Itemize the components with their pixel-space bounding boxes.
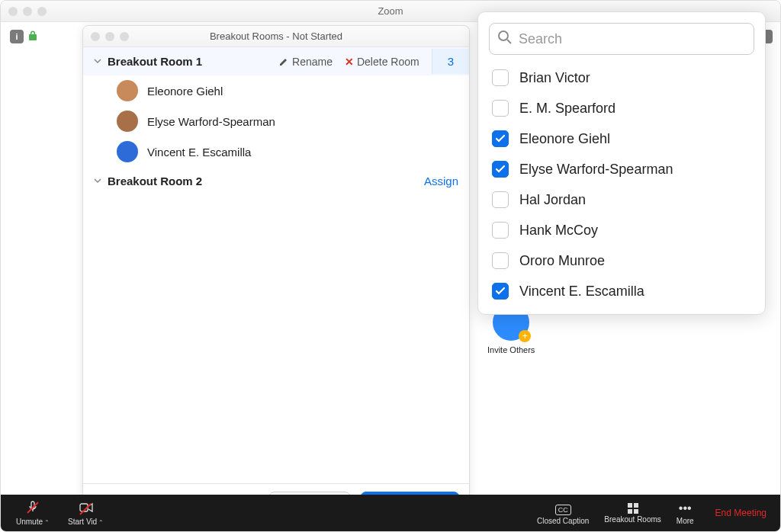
zoom-main-window: Zoom i + Invite Others Breakout Rooms - … bbox=[0, 0, 781, 532]
zoom-toolbar: Unmute⌃ Start Vid⌃ CC Closed Caption Bre… bbox=[1, 495, 780, 531]
microphone-muted-icon bbox=[27, 501, 39, 516]
participant-checkbox-row[interactable]: Elyse Warford-Spearman bbox=[489, 154, 754, 184]
unmute-button[interactable]: Unmute⌃ bbox=[8, 498, 57, 529]
checkbox[interactable] bbox=[492, 100, 509, 117]
invite-plus-icon: + bbox=[519, 330, 531, 342]
minimize-icon[interactable] bbox=[105, 32, 114, 41]
breakout-rooms-panel: Breakout Rooms - Not Started Breakout Ro… bbox=[82, 25, 470, 524]
breakout-traffic-lights[interactable] bbox=[91, 32, 129, 41]
participant-checkbox-row[interactable]: Eleonore Giehl bbox=[489, 123, 754, 154]
chevron-down-icon[interactable] bbox=[94, 176, 101, 187]
breakout-rooms-button[interactable]: Breakout Rooms bbox=[596, 500, 668, 527]
participant-count[interactable]: 3 bbox=[432, 49, 469, 74]
participant-name: Vincent E. Escamilla bbox=[519, 284, 644, 300]
start-video-button[interactable]: Start Vid⌃ bbox=[60, 499, 111, 529]
chevron-down-icon[interactable] bbox=[94, 56, 101, 67]
close-window-icon[interactable] bbox=[8, 7, 18, 16]
chevron-up-icon[interactable]: ⌃ bbox=[44, 519, 50, 526]
delete-room-button[interactable]: ✕ Delete Room bbox=[345, 56, 419, 68]
rename-button[interactable]: Rename bbox=[278, 56, 333, 68]
minimize-window-icon[interactable] bbox=[23, 7, 32, 16]
end-meeting-button[interactable]: End Meeting bbox=[702, 508, 780, 518]
participant-name: Brian Victor bbox=[519, 70, 590, 86]
grid-icon bbox=[628, 503, 638, 514]
participant-name: Hal Jordan bbox=[519, 192, 586, 208]
room-header[interactable]: Breakout Room 1 Rename ✕ Delete Room 3 bbox=[83, 47, 469, 75]
participant-checkbox-row[interactable]: Hank McCoy bbox=[489, 215, 754, 245]
invite-label: Invite Others bbox=[487, 345, 535, 354]
checkbox[interactable] bbox=[492, 130, 509, 147]
top-left-icons: i bbox=[10, 30, 37, 43]
closed-caption-button[interactable]: CC Closed Caption bbox=[529, 498, 596, 528]
participant-checkbox-row[interactable]: Hal Jordan bbox=[489, 184, 754, 215]
traffic-lights[interactable] bbox=[8, 7, 47, 16]
avatar bbox=[117, 141, 138, 162]
svg-point-0 bbox=[499, 31, 508, 40]
checkbox[interactable] bbox=[492, 252, 509, 269]
assign-participants-popover: Brian VictorE. M. SpearfordEleonore Gieh… bbox=[477, 11, 766, 315]
room-name: Breakout Room 2 bbox=[108, 175, 202, 187]
avatar bbox=[117, 80, 138, 101]
participant-checkbox-row[interactable]: Ororo Munroe bbox=[489, 245, 754, 276]
breakout-title: Breakout Rooms - Not Started bbox=[210, 30, 342, 42]
app-title: Zoom bbox=[378, 5, 403, 17]
more-icon: ••• bbox=[679, 502, 692, 515]
encryption-lock-icon[interactable] bbox=[28, 30, 37, 43]
svg-rect-3 bbox=[80, 504, 88, 511]
avatar bbox=[117, 111, 138, 132]
participant-checkbox-row[interactable]: Brian Victor bbox=[489, 62, 754, 93]
room-name: Breakout Room 1 bbox=[108, 55, 202, 68]
chevron-up-icon[interactable]: ⌃ bbox=[98, 519, 104, 526]
participant-name: Eleonore Giehl bbox=[519, 131, 610, 147]
checkbox[interactable] bbox=[492, 161, 509, 178]
participant-name: Elyse Warford-Spearman bbox=[147, 115, 275, 128]
participant-name: Hank McCoy bbox=[519, 223, 598, 239]
participant-name: E. M. Spearford bbox=[519, 101, 615, 117]
participant-checkbox-row[interactable]: Vincent E. Escamilla bbox=[489, 276, 754, 306]
more-button[interactable]: ••• More bbox=[669, 498, 702, 528]
participants-checklist: Brian VictorE. M. SpearfordEleonore Gieh… bbox=[489, 62, 754, 306]
participant-item[interactable]: Vincent E. Escamilla bbox=[83, 136, 469, 167]
room-header[interactable]: Breakout Room 2 Assign bbox=[83, 167, 469, 195]
maximize-window-icon[interactable] bbox=[37, 7, 47, 16]
meeting-info-icon[interactable]: i bbox=[10, 30, 24, 43]
x-icon: ✕ bbox=[345, 56, 354, 68]
svg-line-1 bbox=[507, 40, 511, 43]
search-icon bbox=[497, 30, 513, 48]
rooms-list: Breakout Room 1 Rename ✕ Delete Room 3 E… bbox=[83, 47, 469, 483]
participant-item[interactable]: Elyse Warford-Spearman bbox=[83, 106, 469, 136]
participant-name: Ororo Munroe bbox=[519, 253, 605, 269]
search-box[interactable] bbox=[489, 23, 754, 55]
checkbox[interactable] bbox=[492, 222, 509, 239]
participant-name: Elyse Warford-Spearman bbox=[519, 162, 673, 178]
participant-item[interactable]: Eleonore Giehl bbox=[83, 75, 469, 106]
cc-icon: CC bbox=[555, 502, 571, 515]
video-off-icon bbox=[79, 502, 93, 516]
checkbox[interactable] bbox=[492, 69, 509, 86]
pencil-icon bbox=[278, 56, 289, 67]
participant-name: Eleonore Giehl bbox=[147, 85, 223, 98]
participant-name: Vincent E. Escamilla bbox=[147, 146, 251, 159]
search-input[interactable] bbox=[519, 31, 746, 47]
checkbox[interactable] bbox=[492, 283, 509, 300]
assign-button[interactable]: Assign bbox=[424, 175, 458, 187]
breakout-titlebar: Breakout Rooms - Not Started bbox=[83, 26, 469, 47]
maximize-icon[interactable] bbox=[120, 32, 129, 41]
close-icon[interactable] bbox=[91, 32, 100, 41]
checkbox[interactable] bbox=[492, 191, 509, 208]
participant-checkbox-row[interactable]: E. M. Spearford bbox=[489, 93, 754, 123]
